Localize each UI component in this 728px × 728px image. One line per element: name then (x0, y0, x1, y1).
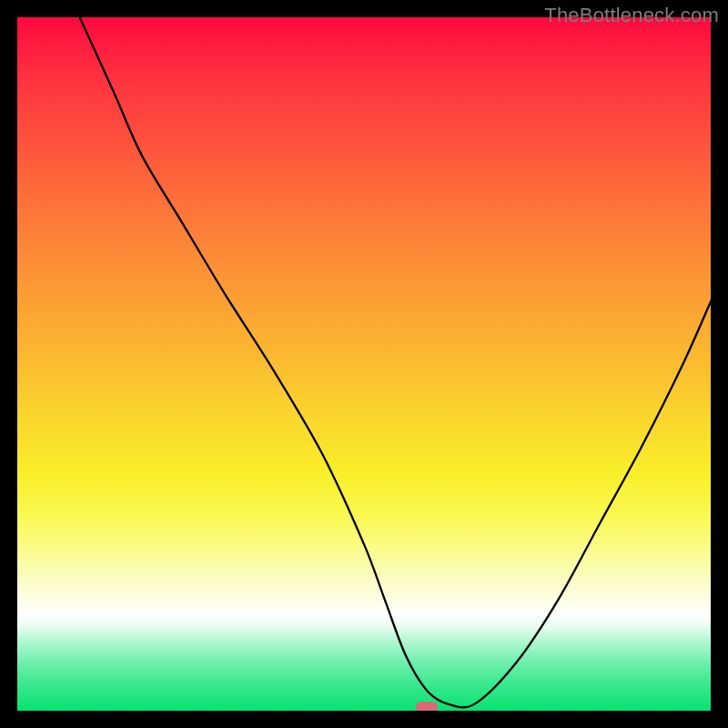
watermark-label: TheBottleneck.com (544, 4, 719, 27)
chart-container: TheBottleneck.com (0, 0, 728, 728)
optimal-point-marker (416, 702, 438, 711)
plot-area (17, 17, 711, 711)
bottleneck-curve (17, 17, 711, 711)
